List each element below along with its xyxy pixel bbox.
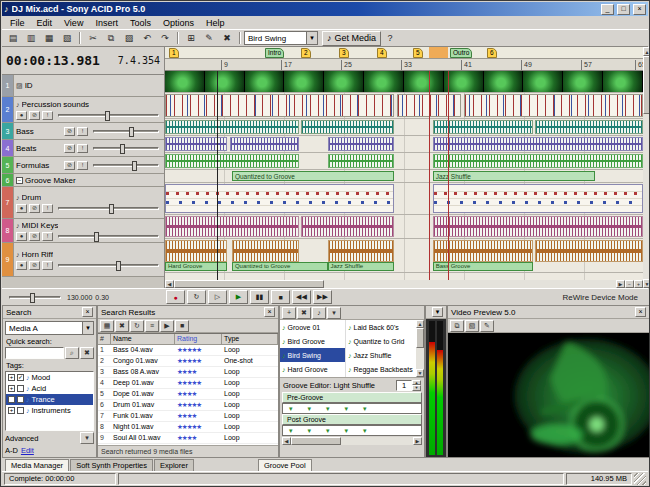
post-groove-lane[interactable]: ▾▾▾▾▾ — [282, 425, 422, 436]
close-button[interactable]: × — [633, 4, 646, 15]
groove-item[interactable]: ♪Laid Back 60's — [346, 320, 416, 334]
arm-button[interactable]: ● — [16, 261, 27, 270]
groove-item[interactable]: ♪Bird Groove — [280, 334, 345, 348]
groove-item[interactable]: ♪Quantize to Grid — [346, 334, 416, 348]
menu-insert[interactable]: Insert — [89, 17, 124, 29]
arm-button[interactable]: ● — [16, 111, 27, 120]
collapse-icon[interactable]: − — [16, 177, 23, 184]
chevron-down-icon[interactable]: ▾ — [306, 32, 317, 44]
groove-clip[interactable]: Jazz Shuffle — [433, 171, 596, 181]
audio-clip[interactable] — [535, 240, 643, 262]
solo-button[interactable]: ! — [42, 261, 53, 270]
add-groove-icon[interactable]: + — [282, 307, 296, 319]
audio-clip[interactable] — [165, 154, 299, 168]
resize-grip[interactable] — [634, 473, 646, 485]
menu-tools[interactable]: Tools — [124, 17, 157, 29]
groove-item[interactable]: ♪Jazz Shuffle — [346, 348, 416, 362]
zoom-out-icon[interactable]: − — [625, 280, 634, 288]
timeline-marker[interactable]: 6 — [487, 48, 497, 58]
mute-button[interactable]: ⊘ — [64, 127, 75, 136]
groove-note-icon[interactable]: ♪ — [312, 307, 326, 319]
timeline-marker[interactable]: 5 — [413, 48, 423, 58]
track-name[interactable]: Horn Riff — [22, 250, 53, 259]
external-monitor-icon[interactable]: ▧ — [465, 320, 479, 332]
groove-list[interactable]: ♪Groove 01 ♪Bird Groove ♪Bird Swing ♪Har… — [280, 320, 424, 378]
play-from-start-button[interactable]: ▷ — [208, 290, 227, 304]
chevron-down-icon[interactable]: ▾ — [432, 307, 443, 317]
pause-button[interactable]: ▮▮ — [250, 290, 269, 304]
play-button[interactable]: ▶ — [229, 290, 248, 304]
volume-slider[interactable] — [93, 147, 159, 150]
draw-tool-icon[interactable]: ✎ — [200, 31, 218, 46]
search-icon[interactable]: ⌕ — [65, 347, 79, 359]
volume-slider-thumb[interactable] — [109, 204, 114, 214]
track-header[interactable]: 3 Bass⊘! — [2, 123, 164, 140]
tags-tree[interactable]: +✓♪Mood +♪Acid +✓♪Trance +♪Instruments — [5, 371, 94, 431]
audio-clip[interactable] — [165, 120, 299, 134]
checkbox-checked[interactable]: ✓ — [17, 374, 24, 381]
volume-slider-thumb[interactable] — [132, 161, 137, 171]
audio-clip[interactable] — [433, 154, 643, 168]
audio-clip[interactable] — [535, 120, 643, 134]
audio-clip[interactable] — [433, 216, 643, 237]
volume-slider[interactable] — [58, 235, 159, 238]
scroll-up-icon[interactable]: ▲ — [643, 47, 650, 56]
groove-strip[interactable]: Quantized to Groove — [232, 262, 328, 271]
result-row[interactable]: 4Deep 01.wav★★★★★Loop — [98, 378, 278, 389]
scroll-left-icon[interactable]: ◀ — [165, 280, 174, 288]
track-header-video[interactable]: 1 ▨ID — [2, 75, 164, 97]
scroll-down-icon[interactable]: ▼ — [643, 279, 650, 288]
groove-strip[interactable]: Jazz Shuffle — [328, 262, 395, 271]
tab-soft-synth-properties[interactable]: Soft Synth Properties — [70, 459, 153, 471]
track-header-folder[interactable]: 6 −Groove Maker — [2, 174, 164, 187]
groove-item[interactable]: ♪Hard Groove — [280, 362, 345, 376]
result-row[interactable]: 5Dope 01.wav★★★★Loop — [98, 389, 278, 400]
result-row[interactable]: 9Soul All 01.wav★★★★Loop — [98, 433, 278, 444]
track-lane-midi-keys[interactable] — [165, 215, 643, 239]
preview-play-icon[interactable]: ▶ — [160, 320, 174, 332]
save-project-icon[interactable]: ▦ — [40, 31, 58, 46]
close-icon[interactable]: × — [82, 307, 93, 317]
loop-region-highlight[interactable] — [429, 47, 448, 59]
solo-button[interactable]: ! — [77, 161, 88, 170]
pre-groove-band[interactable]: Pre-Groove — [282, 392, 422, 403]
quick-search-input[interactable] — [5, 347, 64, 359]
scroll-up-icon[interactable]: ▲ — [416, 320, 424, 328]
volume-slider-thumb[interactable] — [116, 261, 121, 271]
tree-item-selected[interactable]: +✓♪Trance — [6, 394, 93, 405]
solo-button[interactable]: ! — [77, 127, 88, 136]
solo-button[interactable]: ! — [42, 204, 53, 213]
groove-item[interactable]: ♪Groove 01 — [280, 320, 345, 334]
groove-editor-spinner[interactable]: 1 ▲▼ — [396, 380, 421, 391]
close-icon[interactable]: × — [264, 307, 275, 317]
track-lane-formulas[interactable] — [165, 153, 643, 170]
cut-icon[interactable]: ✂ — [84, 31, 102, 46]
library-combo[interactable]: Media A ▾ — [5, 321, 94, 335]
list-view-icon[interactable]: ≡ — [145, 320, 159, 332]
record-button[interactable]: ● — [166, 290, 185, 304]
track-header[interactable]: 2 ♪Percussion sounds ●⊘! — [2, 97, 164, 123]
track-name[interactable]: Beats — [16, 144, 62, 153]
tree-item[interactable]: +♪Acid — [6, 383, 93, 394]
volume-slider-thumb[interactable] — [129, 127, 134, 137]
arm-button[interactable]: ● — [16, 204, 27, 213]
track-lane-bass[interactable] — [165, 119, 643, 136]
copy-icon[interactable]: ⧉ — [102, 31, 120, 46]
zoom-in-icon[interactable]: + — [634, 280, 643, 288]
tab-groove-pool[interactable]: Groove Pool — [258, 459, 312, 471]
column-header[interactable]: # — [98, 334, 111, 345]
audio-clip[interactable] — [328, 137, 395, 151]
track-lane-horn[interactable]: Hard Groove Quantized to Groove Jazz Shu… — [165, 239, 643, 273]
mute-button[interactable]: ⊘ — [29, 111, 40, 120]
track-header[interactable]: 5 Formulas⊘! — [2, 157, 164, 174]
tree-item-label[interactable]: Mood — [32, 373, 51, 382]
spin-down-icon[interactable]: ▼ — [412, 385, 421, 391]
menu-view[interactable]: View — [58, 17, 89, 29]
midi-clip[interactable] — [464, 94, 643, 117]
audio-clip[interactable] — [232, 240, 299, 262]
post-groove-band[interactable]: Post Groove — [282, 414, 422, 425]
copy-frame-icon[interactable]: ⧉ — [450, 320, 464, 332]
scroll-left-icon[interactable]: ◀ — [282, 437, 291, 445]
minimize-button[interactable]: _ — [601, 4, 614, 15]
track-name[interactable]: Bass — [16, 127, 62, 136]
